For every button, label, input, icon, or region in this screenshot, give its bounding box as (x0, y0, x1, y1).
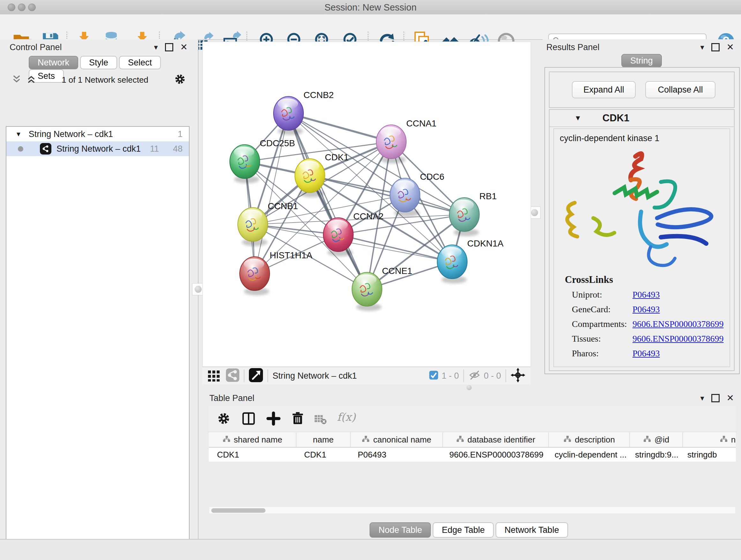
string-network-graph[interactable]: CCNB2CCNA1CDC25BCDK1CDC6RB1CCNB1CCNA2CDK… (203, 42, 531, 367)
control-panel-maximize-icon[interactable] (165, 43, 173, 51)
selected-checkbox-icon[interactable] (429, 370, 439, 381)
expand-all-networks-icon[interactable] (26, 74, 37, 85)
network-canvas[interactable]: CCNB2CCNA1CDC25BCDK1CDC6RB1CCNB1CCNA2CDK… (202, 42, 531, 367)
control-panel-float-icon[interactable]: ▾ (154, 43, 158, 52)
crosslink-value[interactable]: 9606.ENSP00000378699 (632, 319, 724, 329)
collapse-all-button[interactable]: Collapse All (645, 81, 716, 98)
table-panel-float-icon[interactable]: ▾ (700, 394, 704, 402)
table-cell[interactable]: cyclin-dependent ... (546, 448, 627, 462)
string-results-container: Expand All Collapse All ▼ CDK1 cyclin-de… (544, 67, 740, 374)
column-header-label: namespace (731, 435, 736, 445)
tab-edge-table[interactable]: Edge Table (433, 522, 494, 538)
function-builder-icon[interactable]: f(x) (337, 411, 355, 423)
bottom-splitter-handle[interactable] (467, 385, 472, 390)
tab-network[interactable]: Network (29, 56, 78, 69)
move-crosshair-icon[interactable] (511, 368, 525, 384)
crosslink-value[interactable]: P06493 (632, 290, 660, 300)
table-cell[interactable]: P06493 (349, 448, 441, 462)
column-header[interactable]: shared name (209, 432, 296, 447)
column-header[interactable]: @id (630, 432, 683, 447)
column-header-label: @id (655, 435, 670, 445)
tab-style[interactable]: Style (80, 56, 117, 69)
table-panel-maximize-icon[interactable] (711, 394, 720, 402)
tree-sort-icon (563, 435, 571, 445)
column-header-label: database identifier (468, 435, 535, 445)
column-header[interactable]: database identifier (443, 432, 549, 447)
column-header[interactable]: canonical name (351, 432, 443, 447)
crosslink-value[interactable]: 9606.ENSP00000378699 (632, 334, 724, 344)
control-panel-title: Control Panel (10, 43, 62, 52)
table-cell[interactable]: stringdb:9... (627, 448, 679, 462)
network-edge-CCNB2-CCNE1[interactable] (288, 113, 367, 289)
table-panel-close-icon[interactable]: ✕ (727, 393, 734, 403)
network-node-CCNB2[interactable]: CCNB2 (273, 90, 334, 135)
network-node-CDC25B[interactable]: CDC25B (230, 138, 295, 183)
gene-collapse-icon[interactable]: ▼ (575, 114, 582, 122)
results-panel-float-icon[interactable]: ▾ (700, 43, 704, 52)
column-header[interactable]: description (549, 432, 630, 447)
table-header-row: shared namenamecanonical namedatabase id… (209, 432, 736, 448)
gene-section-header[interactable]: ▼ CDK1 (549, 110, 734, 127)
table-horizontal-scrollbar[interactable] (209, 507, 735, 513)
crosslink-label: Uniprot: (572, 287, 632, 302)
grid-view-icon[interactable] (207, 369, 220, 383)
crosslinks-title: CrossLinks (565, 274, 730, 286)
tab-string-results[interactable]: String (621, 54, 662, 67)
collection-expand-icon[interactable]: ▼ (15, 131, 22, 138)
table-panel-title: Table Panel (209, 393, 254, 403)
status-bar: Memory (0, 539, 741, 560)
show-columns-icon[interactable] (241, 411, 256, 427)
table-settings-gear-icon[interactable] (216, 411, 231, 427)
table-toolbar: f(x) (208, 406, 737, 432)
crosslink-label: GeneCard: (572, 302, 632, 317)
tab-network-table[interactable]: Network Table (495, 522, 568, 538)
crosslink-label: Compartments: (572, 317, 632, 331)
control-panel-close-icon[interactable]: ✕ (180, 42, 188, 52)
string-service-icon[interactable] (226, 368, 239, 383)
tab-select[interactable]: Select (119, 56, 161, 69)
collection-count: 1 (178, 129, 183, 139)
network-collection-row[interactable]: ▼ String Network – cdk1 1 (6, 127, 189, 141)
column-header-label: shared name (234, 435, 282, 445)
delete-column-trash-icon[interactable] (290, 411, 305, 427)
table-cell[interactable]: 9606.ENSP00000378699 (441, 448, 546, 462)
gene-details: cyclin-dependent kinase 1 CrossLinks (553, 128, 730, 367)
network-node-CDKN1A[interactable]: CDKN1A (437, 239, 503, 284)
node-label-CCNA2: CCNA2 (353, 211, 384, 221)
node-label-CDK1: CDK1 (325, 152, 349, 162)
string-app-icon (40, 143, 51, 154)
network-node-CCNA2[interactable]: CCNA2 (323, 211, 384, 256)
delete-table-icon[interactable] (314, 414, 327, 426)
results-panel-close-icon[interactable]: ✕ (727, 42, 734, 52)
column-header[interactable]: name (296, 432, 351, 447)
hidden-eye-icon[interactable] (468, 369, 481, 382)
tab-node-table[interactable]: Node Table (369, 522, 431, 538)
table-row[interactable]: CDK1CDK1P064939606.ENSP00000378699cyclin… (209, 448, 736, 462)
table-scrollbar-thumb[interactable] (211, 508, 266, 513)
add-column-icon[interactable] (266, 411, 281, 427)
network-node-CDC6[interactable]: CDC6 (390, 172, 444, 217)
collection-name: String Network – cdk1 (29, 129, 113, 139)
collapse-all-networks-icon[interactable] (11, 74, 22, 85)
network-row[interactable]: String Network – cdk1 11 48 (6, 141, 189, 156)
network-node-CCNB1[interactable]: CCNB1 (238, 201, 298, 246)
node-label-CCNB2: CCNB2 (304, 90, 334, 100)
table-cell[interactable]: CDK1 (296, 448, 349, 462)
expand-all-button[interactable]: Expand All (572, 81, 636, 98)
table-cell[interactable]: stringdb (679, 448, 736, 462)
crosslink-value[interactable]: P06493 (632, 348, 660, 358)
crosslink-label: Pharos: (572, 346, 632, 361)
hidden-count: 0 - 0 (484, 371, 501, 381)
results-panel-maximize-icon[interactable] (711, 43, 720, 51)
network-node-HIST1H1A[interactable]: HIST1H1A (240, 250, 313, 295)
results-panel-title: Results Panel (546, 43, 600, 52)
network-options-gear-icon[interactable] (174, 73, 186, 87)
network-node-CCNE1[interactable]: CCNE1 (352, 266, 412, 311)
table-cell[interactable]: CDK1 (209, 448, 296, 462)
network-node-RB1[interactable]: RB1 (449, 191, 496, 236)
birds-eye-view-icon[interactable] (249, 368, 263, 383)
column-header[interactable]: namespace (683, 432, 736, 447)
network-edge-CCNB2-HIST1H1A[interactable] (255, 113, 288, 273)
network-edge-count: 48 (173, 144, 183, 154)
crosslink-value[interactable]: P06493 (632, 304, 660, 314)
